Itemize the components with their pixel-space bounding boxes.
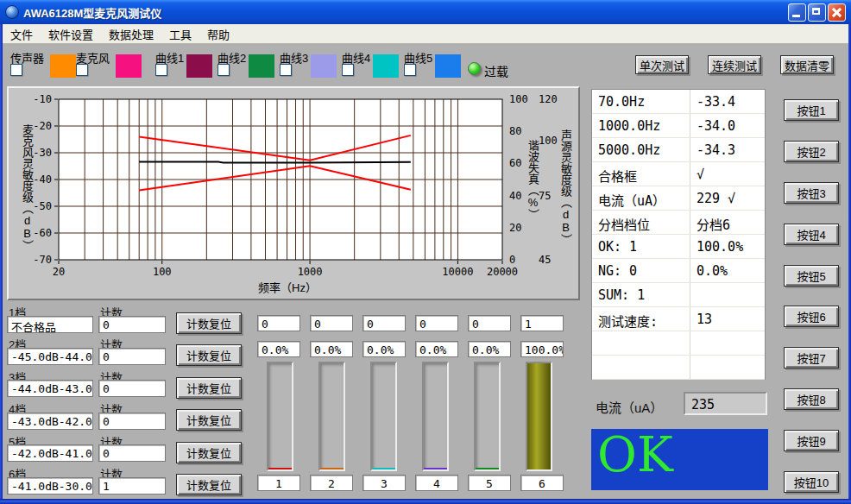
close-button[interactable] xyxy=(828,3,846,22)
legend-color-swatch xyxy=(249,54,274,78)
table-row: 1000.0Hz-34.0 xyxy=(592,114,765,138)
table-cell-value: 13 xyxy=(690,307,765,331)
count-reset-button[interactable]: 计数复位 xyxy=(176,442,242,463)
bin-number-label: 5 xyxy=(468,475,511,491)
table-cell-name: 测试速度: xyxy=(592,307,690,331)
legend-color-swatch xyxy=(116,54,142,78)
x-tick-label: 20 xyxy=(53,266,65,278)
toolbar-button[interactable]: 连续测试 xyxy=(708,55,761,74)
count-reset-button[interactable]: 计数复位 xyxy=(176,344,242,366)
bin-count-field[interactable]: 0 xyxy=(468,315,511,331)
window-controls xyxy=(788,3,846,22)
table-row: 5000.0Hz-34.3 xyxy=(592,138,765,162)
bin-count-field[interactable]: 0 xyxy=(415,315,458,331)
tank-fill-level xyxy=(424,468,447,469)
side-button[interactable]: 按钮4 xyxy=(784,224,839,245)
y-tick-label-left: -70 xyxy=(33,254,52,266)
side-button[interactable]: 按钮6 xyxy=(784,306,839,327)
grade-count-field[interactable]: 0 xyxy=(98,348,166,365)
side-button[interactable]: 按钮1 xyxy=(784,99,839,121)
results-table: 70.0Hz-33.41000.0Hz-34.05000.0Hz-34.3合格框… xyxy=(591,89,766,380)
tank-fill-level xyxy=(476,468,499,469)
count-reset-button[interactable]: 计数复位 xyxy=(176,377,242,399)
legend-checkbox[interactable] xyxy=(342,64,354,76)
menu-item[interactable]: 数据处理 xyxy=(101,24,161,44)
toolbar-button[interactable]: 数据清零 xyxy=(780,55,834,74)
menu-item[interactable]: 帮助 xyxy=(199,24,237,44)
y-tick-label-left: -60 xyxy=(33,227,52,239)
minimize-button[interactable] xyxy=(788,3,806,22)
grade-count-field[interactable]: 0 xyxy=(98,413,166,430)
side-button[interactable]: 按钮8 xyxy=(784,388,839,410)
table-row xyxy=(592,356,765,380)
table-cell-name: 70.0Hz xyxy=(592,90,690,113)
count-reset-button[interactable]: 计数复位 xyxy=(176,474,242,495)
table-row xyxy=(592,331,765,356)
bin-percent-display: 0.0% xyxy=(257,341,300,357)
bin-count-field[interactable]: 1 xyxy=(520,315,564,331)
y-tick-label-left: -40 xyxy=(33,173,52,186)
y-tick-label-right-outer: 120 xyxy=(539,93,558,105)
y-axis-left-label: 麦克风灵敏度级（dB） xyxy=(19,124,35,251)
table-cell-name: 合格框 xyxy=(592,162,690,186)
bin-number-label: 3 xyxy=(362,475,406,491)
x-tick-label: 1000 xyxy=(298,266,323,278)
table-cell-name xyxy=(592,331,690,355)
legend-checkbox[interactable] xyxy=(280,64,292,76)
side-button[interactable]: 按钮9 xyxy=(784,430,839,451)
grade-count-field[interactable]: 0 xyxy=(98,380,166,397)
side-button[interactable]: 按钮2 xyxy=(784,141,839,162)
side-button[interactable]: 按钮7 xyxy=(784,347,839,369)
grade-range-field[interactable]: 不合格品 xyxy=(7,316,93,333)
table-row: SUM: 1 xyxy=(592,283,765,307)
count-reset-button[interactable]: 计数复位 xyxy=(176,312,242,334)
table-cell-name: 电流（uA） xyxy=(592,186,690,210)
bin-count-field[interactable]: 0 xyxy=(257,315,300,331)
count-reset-button[interactable]: 计数复位 xyxy=(176,409,242,431)
bin-number-label: 2 xyxy=(310,475,353,491)
bin-tank-meter xyxy=(526,362,552,471)
bin-percent-display: 0.0% xyxy=(468,341,511,357)
grade-range-field[interactable]: -45.0dB-44.0dB xyxy=(7,348,93,365)
grade-range-field[interactable]: -42.0dB-41.0dB xyxy=(7,444,93,462)
chart-canvas: -10-20-30-40-50-60-702010010001000020000… xyxy=(9,88,578,299)
bin-tank-meter xyxy=(318,362,345,471)
current-value-display: 235 xyxy=(684,392,767,415)
app-icon xyxy=(5,5,19,19)
legend-checkbox[interactable] xyxy=(155,64,167,76)
grade-count-field[interactable]: 0 xyxy=(98,316,166,333)
table-cell-value xyxy=(690,356,765,379)
table-cell-name: 1000.0Hz xyxy=(592,114,690,137)
table-cell-value: -34.3 xyxy=(690,138,765,161)
toolbar-button[interactable]: 单次测试 xyxy=(635,55,689,74)
legend-checkbox[interactable] xyxy=(217,64,230,76)
grade-range-field[interactable]: -41.0dB-30.0dB xyxy=(7,477,93,495)
grade-range-field[interactable]: -44.0dB-43.0dB xyxy=(7,380,93,397)
table-cell-value xyxy=(690,331,765,355)
menu-item[interactable]: 工具 xyxy=(161,24,199,44)
legend-checkbox[interactable] xyxy=(76,64,88,76)
bin-count-field[interactable]: 0 xyxy=(310,315,353,331)
legend-checkbox[interactable] xyxy=(404,64,416,76)
table-row: NG: 00.0% xyxy=(592,259,765,283)
grade-count-field[interactable]: 0 xyxy=(98,444,166,462)
bin-count-field[interactable]: 0 xyxy=(362,315,406,331)
y-tick-label-right-inner: 20 xyxy=(509,222,521,234)
grade-count-field[interactable]: 1 xyxy=(98,477,166,495)
menu-item[interactable]: 软件设置 xyxy=(41,24,101,44)
side-button[interactable]: 按钮3 xyxy=(784,182,839,204)
window-border-left xyxy=(0,24,3,504)
legend-checkbox[interactable] xyxy=(10,64,22,76)
side-button[interactable]: 按钮10 xyxy=(784,471,839,493)
menu-item[interactable]: 文件 xyxy=(3,24,41,44)
table-cell-value: 分档6 xyxy=(690,211,765,234)
maximize-button[interactable] xyxy=(808,3,826,22)
series-measured xyxy=(139,162,411,163)
y-tick-label-left: -20 xyxy=(33,120,52,132)
grade-range-field[interactable]: -43.0dB-42.0dB xyxy=(7,413,93,430)
y-tick-label-left: -10 xyxy=(33,93,52,105)
app-window: AWA6128M型麦克风测试仪 文件软件设置数据处理工具帮助 传声器麦克风曲线1… xyxy=(0,0,851,504)
window-title: AWA6128M型麦克风测试仪 xyxy=(23,4,788,21)
table-cell-value: 100.0% xyxy=(690,235,765,258)
side-button[interactable]: 按钮5 xyxy=(784,265,839,287)
